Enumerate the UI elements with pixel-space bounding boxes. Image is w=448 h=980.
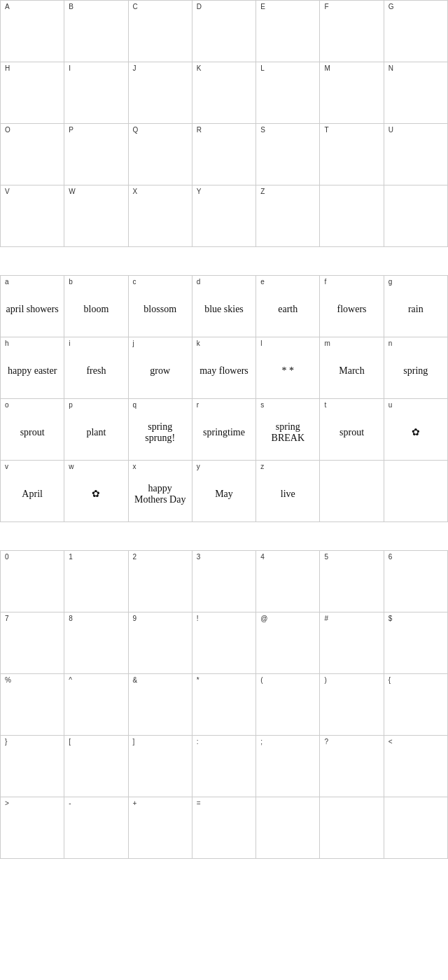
cell-label: o (5, 402, 9, 409)
cell-label: = (197, 800, 201, 807)
cell-label: 1 (69, 554, 73, 561)
cell-label: 6 (388, 554, 393, 561)
cell-content: springtime (203, 427, 245, 438)
cell-label: E (260, 4, 265, 10)
grid-cell: osprout (1, 399, 64, 461)
cell-content: may flowers (200, 365, 248, 377)
cell-label: O (5, 127, 10, 134)
grid-cell: w✿ (64, 461, 128, 522)
cell-label: V (5, 188, 10, 195)
cell-label: H (5, 65, 10, 72)
grid-cell: } (1, 736, 64, 797)
section-numbers: 0123456789!@#$%^&*(){}[]:;?<>-+= (0, 550, 448, 859)
cell-label: D (197, 4, 202, 10)
cell-label: } (5, 738, 7, 746)
cell-content: March (339, 365, 365, 377)
grid-cell: 1 (64, 551, 128, 612)
cell-content: May (215, 489, 233, 500)
cell-content: grow (150, 365, 170, 377)
grid-cell: ; (256, 736, 320, 797)
cell-label: w (69, 463, 74, 470)
cell-content: * * (282, 365, 295, 377)
grid-cell: K (192, 62, 256, 124)
grid-cell: J (129, 62, 192, 124)
grid-cell: jgrow (129, 337, 192, 399)
grid-cell: sspring BREAK (256, 399, 320, 461)
cell-content: sprout (340, 427, 364, 438)
grid-cell: [ (64, 736, 128, 797)
grid-cell: yMay (192, 461, 256, 522)
cell-label: # (324, 615, 328, 622)
cell-label: 8 (69, 615, 73, 622)
grid-cell: X (129, 186, 192, 247)
cell-label: * (197, 677, 200, 684)
cell-label: j (133, 340, 134, 347)
cell-label: d (197, 279, 201, 286)
grid-cell: l* * (256, 337, 320, 399)
cell-label: 9 (133, 615, 137, 622)
cell-label: z (260, 463, 264, 470)
cell-label: r (197, 402, 199, 409)
cell-label: R (197, 127, 202, 134)
cell-label: x (133, 463, 136, 470)
cell-label: i (69, 340, 70, 347)
cell-content: spring BREAK (260, 421, 315, 444)
grid-cell: ( (256, 674, 320, 736)
cell-content: april showers (6, 304, 59, 315)
cell-label: J (133, 65, 136, 72)
cell-label: - (69, 800, 71, 807)
grid-cell: eearth (256, 276, 320, 337)
grid-cell: : (192, 736, 256, 797)
cell-label: B (69, 4, 74, 10)
cell-content: live (281, 489, 295, 500)
grid-cell: D (192, 1, 256, 62)
grid-cell: % (1, 674, 64, 736)
grid-cell (320, 186, 384, 247)
cell-label: Z (260, 188, 265, 195)
cell-label: y (197, 463, 200, 470)
cell-label: N (388, 65, 393, 72)
grid-cell: B (64, 1, 128, 62)
cell-label: : (197, 738, 199, 746)
cell-label: e (260, 279, 265, 286)
grid-cell: 0 (1, 551, 64, 612)
grid-cell: - (64, 797, 128, 859)
grid-cell: u✿ (384, 399, 448, 461)
cell-label: a (5, 279, 9, 286)
grid-cell: H (1, 62, 64, 124)
grid-cell: Q (129, 124, 192, 186)
cell-label: ; (260, 738, 262, 746)
grid-cell: aapril showers (1, 276, 64, 337)
grid-cell: ^ (64, 674, 128, 736)
cell-label: h (5, 340, 9, 347)
grid-cell: 6 (384, 551, 448, 612)
cell-label: ^ (69, 677, 72, 684)
grid-cell: L (256, 62, 320, 124)
grid-cell: cblossom (129, 276, 192, 337)
cell-content: ✿ (92, 488, 100, 500)
cell-content: rain (408, 304, 424, 315)
cell-label: P (69, 127, 74, 134)
grid-cell: ! (192, 612, 256, 674)
cell-content: blossom (144, 304, 176, 315)
grid-cell: mMarch (320, 337, 384, 399)
grid-cell: bbloom (64, 276, 128, 337)
grid-cell: ) (320, 674, 384, 736)
grid-cell: grain (384, 276, 448, 337)
cell-label: p (69, 402, 73, 409)
cell-label: 7 (5, 615, 9, 622)
cell-label: A (5, 4, 10, 10)
cell-label: I (69, 65, 71, 72)
grid-cell: # (320, 612, 384, 674)
grid-cell: M (320, 62, 384, 124)
cell-label: U (388, 127, 393, 134)
cell-label: @ (260, 615, 267, 622)
grid-cell: & (129, 674, 192, 736)
grid-cell: rspringtime (192, 399, 256, 461)
cell-label: ] (133, 738, 135, 746)
grid-cell: $ (384, 612, 448, 674)
grid-cell: R (192, 124, 256, 186)
grid-cell: kmay flowers (192, 337, 256, 399)
cell-label: f (324, 279, 326, 286)
cell-label: + (133, 800, 137, 807)
